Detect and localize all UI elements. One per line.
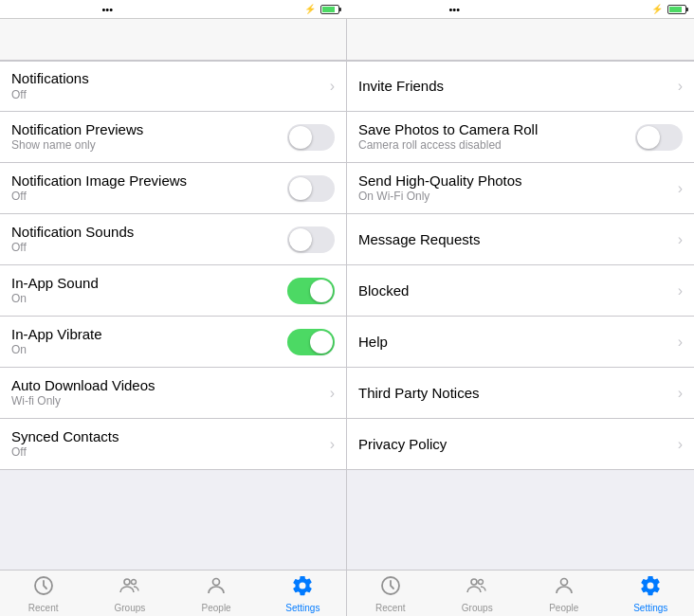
toggle-switch[interactable] bbox=[635, 124, 683, 151]
toggle-switch[interactable] bbox=[287, 175, 335, 202]
chevron-right-icon: › bbox=[330, 436, 335, 453]
list-item[interactable]: Message Requests› bbox=[347, 214, 694, 265]
toggle-thumb bbox=[289, 177, 312, 200]
chevron-right-icon: › bbox=[678, 180, 683, 197]
tab-people[interactable]: People bbox=[520, 571, 608, 616]
row-subtitle: Camera roll access disabled bbox=[358, 138, 635, 154]
tab-bar-right: Recent Groups People Settings bbox=[347, 571, 694, 616]
list-item[interactable]: NotificationsOff› bbox=[0, 61, 346, 112]
list-item[interactable]: Notification SoundsOff bbox=[0, 214, 346, 265]
wifi-icon-right: ••• bbox=[448, 4, 460, 15]
tab-label: Recent bbox=[375, 603, 406, 613]
toggle-switch[interactable] bbox=[287, 278, 335, 304]
battery-tip-right bbox=[686, 8, 688, 11]
toggle-thumb bbox=[289, 126, 312, 149]
chevron-right-icon: › bbox=[678, 436, 683, 453]
row-text: In-App SoundOn bbox=[11, 274, 287, 307]
tab-label: People bbox=[549, 603, 578, 613]
recent-icon bbox=[32, 574, 55, 601]
chevron-right-icon: › bbox=[678, 385, 683, 402]
bolt-left: ⚡ bbox=[304, 4, 316, 14]
tab-people[interactable]: People bbox=[174, 571, 260, 616]
tab-settings[interactable]: Settings bbox=[260, 571, 346, 616]
list-item[interactable]: Auto Download VideosWi-fi Only› bbox=[0, 368, 346, 419]
chevron-right-icon: › bbox=[330, 78, 335, 95]
svg-point-6 bbox=[479, 579, 484, 584]
row-subtitle: On bbox=[11, 292, 287, 307]
row-title: Privacy Policy bbox=[358, 435, 674, 454]
row-subtitle: Off bbox=[11, 241, 287, 256]
tab-recent[interactable]: Recent bbox=[347, 571, 434, 616]
toggle-switch[interactable] bbox=[287, 124, 335, 151]
row-text: Help bbox=[358, 333, 674, 352]
status-bar: ••• ⚡ ••• ⚡ bbox=[0, 0, 694, 19]
row-text: In-App VibrateOn bbox=[11, 325, 287, 358]
tab-label: Settings bbox=[285, 603, 320, 613]
row-text: Notification Image PreviewsOff bbox=[11, 172, 287, 205]
chevron-right-icon: › bbox=[678, 78, 683, 95]
row-text: Auto Download VideosWi-fi Only bbox=[11, 376, 326, 409]
chevron-right-icon: › bbox=[330, 385, 335, 402]
toggle-switch[interactable] bbox=[287, 226, 335, 253]
list-item[interactable]: Privacy Policy› bbox=[347, 419, 694, 470]
toggle-switch[interactable] bbox=[287, 329, 335, 355]
row-title: In-App Vibrate bbox=[11, 325, 287, 344]
tab-label: Groups bbox=[462, 603, 493, 613]
row-text: Notification SoundsOff bbox=[11, 223, 287, 256]
list-item[interactable]: Blocked› bbox=[347, 265, 694, 317]
battery-fill-left bbox=[322, 7, 336, 12]
row-right: › bbox=[674, 436, 683, 453]
row-text: Send High-Quality PhotosOn Wi-Fi Only bbox=[358, 172, 674, 205]
list-item[interactable]: Synced ContactsOff› bbox=[0, 419, 346, 470]
list-item[interactable]: Notification PreviewsShow name only bbox=[0, 112, 346, 163]
chevron-right-icon: › bbox=[678, 334, 683, 351]
svg-point-2 bbox=[131, 579, 136, 584]
wifi-icon-left: ••• bbox=[101, 4, 113, 15]
toggle-thumb bbox=[637, 126, 660, 149]
tab-label: Recent bbox=[28, 603, 59, 613]
row-text: Synced ContactsOff bbox=[11, 427, 326, 461]
tab-groups[interactable]: Groups bbox=[434, 571, 521, 616]
row-subtitle: Off bbox=[11, 88, 326, 103]
row-right: › bbox=[326, 385, 335, 402]
list-item[interactable]: In-App VibrateOn bbox=[0, 317, 346, 368]
svg-point-1 bbox=[124, 579, 130, 585]
list-item[interactable]: Help› bbox=[347, 317, 694, 368]
row-subtitle: Off bbox=[11, 445, 326, 461]
row-right: › bbox=[674, 282, 683, 299]
row-subtitle: On Wi-Fi Only bbox=[358, 190, 674, 205]
row-text: Invite Friends bbox=[358, 77, 674, 96]
list-item[interactable]: Third Party Notices› bbox=[347, 368, 694, 419]
row-text: Message Requests bbox=[358, 230, 674, 249]
list-item[interactable]: In-App SoundOn bbox=[0, 265, 346, 317]
row-title: Third Party Notices bbox=[358, 384, 674, 403]
right-panel: Invite Friends›Save Photos to Camera Rol… bbox=[347, 61, 694, 570]
row-text: Notification PreviewsShow name only bbox=[11, 120, 287, 154]
row-right bbox=[635, 124, 683, 151]
row-title: Invite Friends bbox=[358, 77, 674, 96]
row-text: Privacy Policy bbox=[358, 435, 674, 454]
row-right: › bbox=[326, 78, 335, 95]
tab-groups[interactable]: Groups bbox=[86, 571, 173, 616]
right-settings-list: Invite Friends›Save Photos to Camera Rol… bbox=[347, 61, 694, 470]
list-item[interactable]: Notification Image PreviewsOff bbox=[0, 163, 346, 214]
row-title: Help bbox=[358, 333, 674, 352]
tab-settings[interactable]: Settings bbox=[608, 571, 695, 616]
tab-label: Settings bbox=[633, 603, 667, 613]
chevron-right-icon: › bbox=[678, 282, 683, 299]
settings-icon bbox=[639, 574, 662, 601]
tab-recent[interactable]: Recent bbox=[0, 571, 86, 616]
battery-area-right: ⚡ bbox=[648, 4, 686, 14]
row-subtitle: Off bbox=[11, 190, 287, 205]
row-right: › bbox=[674, 385, 683, 402]
row-title: Synced Contacts bbox=[11, 427, 326, 446]
row-title: Notifications bbox=[11, 69, 326, 88]
toggle-thumb bbox=[289, 228, 312, 251]
status-bar-left: ••• ⚡ bbox=[0, 0, 347, 19]
row-title: In-App Sound bbox=[11, 274, 287, 293]
list-item[interactable]: Invite Friends› bbox=[347, 61, 694, 112]
list-item[interactable]: Save Photos to Camera RollCamera roll ac… bbox=[347, 112, 694, 163]
row-right: › bbox=[674, 231, 683, 248]
tab-label: Groups bbox=[114, 603, 145, 613]
list-item[interactable]: Send High-Quality PhotosOn Wi-Fi Only› bbox=[347, 163, 694, 214]
